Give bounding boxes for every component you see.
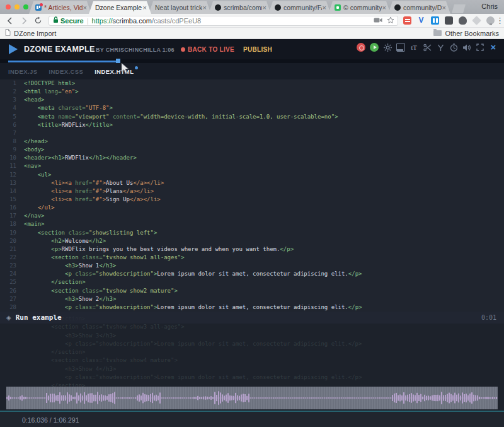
file-tab-index-css[interactable]: INDEX.CSS bbox=[49, 68, 84, 75]
chrome-menu-icon[interactable]: ⋮ bbox=[496, 16, 504, 25]
line-number: 18 bbox=[0, 220, 16, 228]
publish-button[interactable]: PUBLISH bbox=[243, 46, 272, 53]
mouse-cursor bbox=[121, 62, 129, 77]
tab-close-icon[interactable]: × bbox=[202, 4, 207, 11]
file-tab-index-js[interactable]: INDEX.JS bbox=[8, 68, 38, 75]
line-number: 2 bbox=[0, 88, 16, 96]
back-to-live-button[interactable]: BACK TO LIVE bbox=[181, 46, 234, 53]
line-number: 13 bbox=[0, 179, 16, 187]
tab-close-icon[interactable]: × bbox=[262, 4, 267, 11]
line-number: 17 bbox=[0, 212, 16, 220]
line-number: 12 bbox=[0, 171, 16, 179]
tab-close-icon[interactable]: × bbox=[442, 4, 447, 11]
evernote-ext-icon[interactable] bbox=[459, 16, 467, 25]
layers-ext-icon[interactable] bbox=[445, 16, 453, 25]
vimium-ext-icon[interactable]: V bbox=[417, 16, 425, 25]
zoom-window-button[interactable] bbox=[23, 4, 28, 9]
tab-close-icon[interactable]: × bbox=[142, 4, 147, 11]
text-size-icon[interactable]: tT bbox=[410, 43, 418, 52]
audio-waveform[interactable] bbox=[6, 387, 498, 409]
browser-tab[interactable]: scrimba/communi× bbox=[209, 1, 271, 14]
new-tab-button[interactable] bbox=[452, 4, 466, 13]
line-number: 15 bbox=[0, 196, 16, 204]
tab-title: scrimba/communi bbox=[224, 4, 262, 11]
line-number: 28 bbox=[0, 303, 16, 312]
line-number: 3 bbox=[0, 96, 16, 104]
code-line: 8</head> bbox=[0, 137, 504, 146]
code-line: 22 <section class="tvshow show1 all-ages… bbox=[0, 254, 504, 262]
volume-icon[interactable] bbox=[462, 43, 471, 52]
line-number: 8 bbox=[0, 137, 16, 146]
security-label: Secure bbox=[60, 17, 84, 25]
fullscreen-icon[interactable] bbox=[476, 43, 484, 52]
tab-title: Neat layout trick bbox=[155, 4, 202, 11]
code-line: 14 <li><a href="#">Plans</a></li> bbox=[0, 187, 504, 196]
code-line: 3<head> bbox=[0, 96, 504, 104]
code-line: 16 </ul> bbox=[0, 204, 504, 212]
back-icon[interactable] bbox=[6, 17, 14, 25]
chrome-profile-name[interactable]: Chris bbox=[481, 3, 498, 10]
line-number: 22 bbox=[0, 254, 16, 262]
time-bar: 0:16.036 / 1:06.291 bbox=[0, 411, 504, 427]
browser-tab[interactable]: Neat layout trick× bbox=[149, 1, 211, 14]
tab-close-icon[interactable]: × bbox=[322, 4, 327, 11]
line-number: 4 bbox=[0, 104, 16, 112]
record-icon[interactable] bbox=[357, 43, 365, 52]
extension-row: V bbox=[403, 16, 495, 25]
code-editor[interactable]: 1<!DOCTYPE html>2<html lang="en">3<head>… bbox=[0, 79, 504, 312]
tab-strip: * Articles, Videos×Dzone Example×Neat la… bbox=[0, 0, 504, 14]
tab-close-icon[interactable]: × bbox=[382, 4, 387, 11]
browser-tab[interactable]: © community/Lob× bbox=[328, 1, 391, 14]
bookmark-label: DZone Import bbox=[14, 30, 56, 37]
other-bookmarks[interactable]: Other Bookmarks bbox=[433, 30, 499, 37]
folder-icon bbox=[433, 30, 442, 36]
cast-byline: BY CHRISCHINCHILLA 1:06 bbox=[96, 47, 175, 53]
run-example-bar[interactable]: ◈ Run example 0:01 bbox=[0, 312, 504, 324]
diamond-ext-icon[interactable] bbox=[472, 16, 481, 25]
line-number: 1 bbox=[0, 79, 16, 88]
line-number: 19 bbox=[0, 229, 16, 237]
line-number: 11 bbox=[0, 162, 16, 170]
forward-icon[interactable] bbox=[20, 17, 28, 25]
bookmarks-bar: DZone Import Other Bookmarks bbox=[0, 28, 504, 39]
settings-icon[interactable] bbox=[383, 43, 392, 52]
omnibox[interactable]: Secure | https://scrimba.com/casts/cdPEe… bbox=[49, 16, 398, 26]
player-header: DZONE EXAMPLE BY CHRISCHINCHILLA 1:06 BA… bbox=[0, 39, 504, 59]
code-line: 1<!DOCTYPE html> bbox=[0, 79, 504, 88]
camera-icon[interactable] bbox=[374, 17, 382, 25]
tab-strip-tabs: * Articles, Videos×Dzone Example×Neat la… bbox=[29, 1, 450, 14]
code-line: 24 <p class="showdescription">Lorem ipsu… bbox=[0, 270, 504, 278]
code-line: 6 <title>RWDFLix</title> bbox=[0, 121, 504, 129]
minimize-window-button[interactable] bbox=[14, 4, 20, 9]
url-path: /casts/cdPEeU8 bbox=[152, 17, 201, 25]
bulb-ext-icon[interactable] bbox=[486, 16, 495, 25]
layout-icon[interactable] bbox=[396, 43, 405, 52]
close-icon[interactable]: × bbox=[489, 43, 498, 52]
line-number: 25 bbox=[0, 278, 16, 286]
scissors-icon[interactable] bbox=[423, 43, 432, 52]
tab-title: Dzone Example bbox=[95, 4, 142, 11]
browser-tab[interactable]: * Articles, Videos× bbox=[29, 1, 91, 14]
browser-tab[interactable]: community/DOCS× bbox=[388, 1, 450, 14]
close-window-button[interactable] bbox=[6, 4, 11, 9]
timer-icon[interactable] bbox=[449, 43, 458, 52]
browser-tab[interactable]: community/FAQ.m× bbox=[268, 1, 331, 14]
star-icon[interactable] bbox=[387, 16, 394, 25]
code-line: 7 bbox=[0, 129, 504, 137]
fork-icon[interactable] bbox=[436, 43, 445, 52]
seek-handle[interactable] bbox=[116, 59, 120, 63]
play-icon[interactable] bbox=[370, 43, 379, 52]
code-line: 5 <meta name="viewport" content="width=d… bbox=[0, 113, 504, 121]
refresh-icon[interactable] bbox=[34, 16, 42, 25]
bookmark-item[interactable]: DZone Import bbox=[5, 29, 56, 37]
code-line: 28 <p class="showdescription">Lorem ipsu… bbox=[0, 303, 504, 312]
browser-tab[interactable]: Dzone Example× bbox=[89, 1, 151, 14]
window-controls[interactable] bbox=[6, 4, 28, 9]
recorder-ext-icon[interactable] bbox=[403, 16, 411, 25]
scrimba-logo-icon[interactable] bbox=[8, 44, 18, 57]
ghost-code: </section> <section class="tvshow show3 … bbox=[0, 315, 504, 390]
tab-close-icon[interactable]: × bbox=[83, 4, 88, 11]
tab-title: community/FAQ.m bbox=[284, 4, 322, 11]
trello-ext-icon[interactable] bbox=[431, 16, 439, 25]
url-domain: scrimba.com bbox=[113, 17, 152, 25]
